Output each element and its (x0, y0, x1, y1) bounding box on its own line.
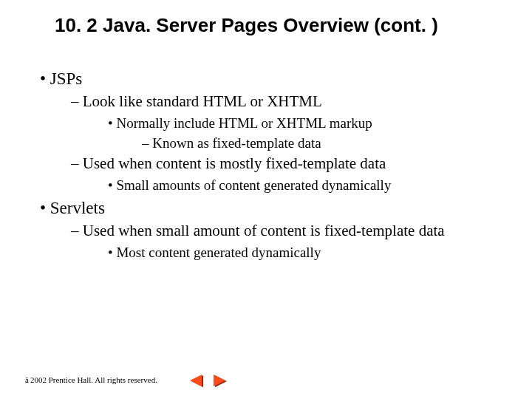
bullet-used-when-mostly: Used when content is mostly fixed-templa… (25, 154, 517, 174)
bullet-servlets: Servlets (25, 197, 517, 219)
triangle-left-icon (188, 374, 205, 389)
slide-body: JSPs Look like standard HTML or XHTML No… (25, 65, 517, 263)
footer: ã 2002 Prentice Hall. All rights reserve… (25, 375, 157, 384)
copyright-text: 2002 Prentice Hall. All rights reserved. (30, 375, 157, 384)
bullet-most-content: Most content generated dynamically (25, 243, 517, 262)
slide-title: 10. 2 Java. Server Pages Overview (cont.… (55, 15, 510, 37)
next-button[interactable] (212, 374, 228, 389)
bullet-jsps: JSPs (25, 68, 517, 90)
bullet-servlets-used-when: Used when small amount of content is fix… (25, 221, 517, 242)
copyright-symbol: ã (25, 375, 29, 384)
prev-button[interactable] (188, 374, 205, 389)
bullet-jsps-look-like: Look like standard HTML or XHTML (25, 92, 517, 112)
bullet-fixed-template: Known as fixed-template data (25, 134, 517, 152)
triangle-right-icon (212, 374, 228, 389)
svg-marker-1 (190, 375, 202, 386)
bullet-normally-include: Normally include HTML or XHTML markup (25, 114, 517, 132)
bullet-small-amounts: Small amounts of content generated dynam… (25, 176, 517, 194)
nav-controls (188, 374, 228, 389)
slide: 10. 2 Java. Server Pages Overview (cont.… (0, 0, 532, 399)
